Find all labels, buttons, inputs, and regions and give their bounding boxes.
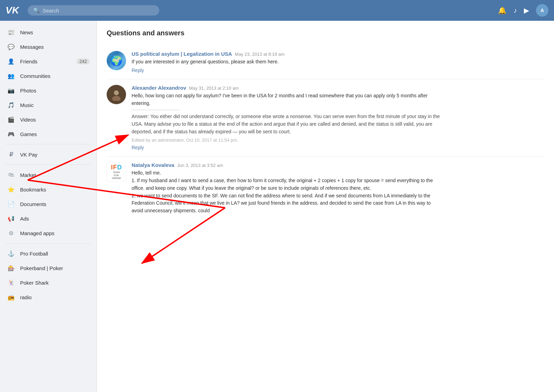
sidebar-item-label: Friends: [20, 59, 72, 64]
qa-text-line1: Hello, tell me.: [132, 170, 161, 176]
videos-icon: [7, 115, 15, 124]
svg-point-1: [112, 96, 120, 101]
qa-edited-note: Edited by an administrator, Oct 10, 2017…: [132, 137, 544, 143]
qa-date: Jun 3, 2013 at 3:52 am: [177, 163, 223, 168]
sidebar-item-bookmarks[interactable]: Bookmarks: [0, 182, 97, 197]
ifd-i: I: [111, 164, 113, 171]
qa-text-line2: 1. If my husband and I want to send a ca…: [132, 178, 433, 191]
sidebar-item-managed-apps[interactable]: Managed apps: [0, 226, 97, 240]
qa-date: May 31, 2013 at 2:10 am: [189, 86, 239, 91]
market-icon: [7, 171, 15, 179]
sidebar-item-label: VK Pay: [20, 152, 90, 158]
photos-icon: [7, 86, 15, 95]
qa-author-line: Alexander Alexandrov May 31, 2013 at 2:1…: [132, 85, 544, 91]
pokerband-icon: [7, 264, 15, 272]
qa-author-line: Natalya Kovaleva Jun 3, 2013 at 3:52 am: [132, 162, 544, 168]
qa-item: I F D TEAMFORDREAM Natalya Kovaleva Jun …: [107, 157, 544, 220]
qa-text: Hello, tell me. 1. If my husband and I w…: [132, 169, 443, 214]
sidebar-item-music[interactable]: Music: [0, 98, 97, 112]
qa-item: Alexander Alexandrov May 31, 2013 at 2:1…: [107, 79, 544, 157]
pay-icon: [7, 150, 15, 159]
qa-author[interactable]: US political asylum | Legalization in US…: [132, 51, 232, 57]
sidebar-item-label: Games: [20, 131, 90, 137]
communities-icon: [7, 72, 15, 80]
ifd-sub: TEAMFORDREAM: [112, 171, 120, 180]
topbar: VK 🔔 ♪ ▶ A: [0, 0, 554, 21]
sidebar-item-label: News: [20, 29, 90, 35]
avatar: 🌍: [107, 51, 126, 70]
sidebar-item-communities[interactable]: Communities: [0, 69, 97, 83]
sidebar-item-label: Managed apps: [20, 230, 90, 236]
sidebar-item-videos[interactable]: Videos: [0, 112, 97, 127]
qa-separator: [132, 110, 180, 110]
layout: News Messages Friends 242 Communities Ph…: [0, 0, 554, 392]
sidebar-item-ads[interactable]: Ads: [0, 211, 97, 226]
sidebar-item-friends[interactable]: Friends 242: [0, 54, 97, 69]
messages-icon: [7, 43, 15, 51]
ifd-d: D: [117, 164, 122, 171]
bookmark-icon: [7, 185, 15, 194]
football-icon: [7, 249, 15, 258]
avatar: [107, 85, 126, 104]
sidebar-item-documents[interactable]: Documents: [0, 197, 97, 211]
page-title: Questions and answers: [107, 29, 544, 37]
sidebar-item-label: Communities: [20, 73, 90, 79]
sidebar-item-label: Ads: [20, 216, 90, 222]
vk-logo[interactable]: VK: [6, 5, 22, 16]
qa-item: 🌍 US political asylum | Legalization in …: [107, 45, 544, 79]
sidebar-item-label: Bookmarks: [20, 187, 90, 193]
docs-icon: [7, 200, 15, 208]
search-bar[interactable]: [28, 5, 159, 16]
sidebar-item-label: Messages: [20, 44, 90, 50]
avatar[interactable]: A: [536, 4, 548, 17]
poker-shark-icon: [7, 278, 15, 287]
sidebar-item-label: Poker Shark: [20, 280, 90, 286]
sidebar-item-games[interactable]: Games: [0, 127, 97, 141]
qa-author[interactable]: Alexander Alexandrov: [132, 85, 186, 91]
sidebar-item-label: Pro Football: [20, 251, 90, 257]
qa-reply-link[interactable]: Reply: [132, 68, 144, 73]
sidebar-item-pokerband[interactable]: Pokerband | Poker: [0, 261, 97, 275]
sidebar: News Messages Friends 242 Communities Ph…: [0, 21, 97, 392]
music-icon: [7, 101, 15, 109]
gamepad-icon: [7, 130, 15, 138]
search-icon: [33, 7, 40, 14]
news-icon: [7, 28, 15, 36]
notifications-icon[interactable]: 🔔: [498, 6, 507, 15]
qa-author[interactable]: Natalya Kovaleva: [132, 162, 174, 168]
apps-icon: [7, 229, 15, 237]
qa-text-line3: 2. we want to send documents to the SF. …: [132, 193, 431, 213]
search-input[interactable]: [43, 8, 154, 14]
sidebar-divider-2: [6, 164, 91, 165]
qa-date: May 23, 2013 at 8:19 am: [235, 52, 285, 57]
sidebar-item-photos[interactable]: Photos: [0, 83, 97, 98]
video-icon[interactable]: ▶: [524, 6, 529, 15]
ads-icon: [7, 214, 15, 223]
sidebar-divider-3: [6, 243, 91, 243]
sidebar-item-vkpay[interactable]: VK Pay: [0, 147, 97, 162]
sidebar-item-messages[interactable]: Messages: [0, 39, 97, 54]
sidebar-item-label: radio: [20, 294, 90, 300]
friends-badge: 242: [77, 59, 90, 64]
ifd-f: F: [113, 164, 117, 171]
sidebar-item-radio[interactable]: radio: [0, 290, 97, 304]
sidebar-item-label: Photos: [20, 88, 90, 93]
avatar: I F D TEAMFORDREAM: [107, 162, 126, 181]
music-icon[interactable]: ♪: [513, 7, 517, 15]
qa-body: Alexander Alexandrov May 31, 2013 at 2:1…: [132, 85, 544, 151]
sidebar-item-label: Videos: [20, 117, 90, 123]
sidebar-item-news[interactable]: News: [0, 25, 97, 39]
sidebar-item-market[interactable]: Market: [0, 168, 97, 182]
radio-icon: [7, 293, 15, 301]
sidebar-item-label: Market: [20, 172, 90, 178]
main-content: Questions and answers 🌍 US political asy…: [97, 21, 554, 392]
qa-reply-link[interactable]: Reply: [132, 145, 144, 150]
sidebar-item-label: Music: [20, 102, 90, 108]
sidebar-item-pro-football[interactable]: Pro Football: [0, 246, 97, 261]
sidebar-item-label: Pokerband | Poker: [20, 265, 90, 271]
svg-point-0: [114, 90, 119, 95]
sidebar-divider-1: [6, 144, 91, 144]
qa-author-line: US political asylum | Legalization in US…: [132, 51, 544, 57]
friends-icon: [7, 57, 15, 65]
sidebar-item-poker-shark[interactable]: Poker Shark: [0, 275, 97, 290]
